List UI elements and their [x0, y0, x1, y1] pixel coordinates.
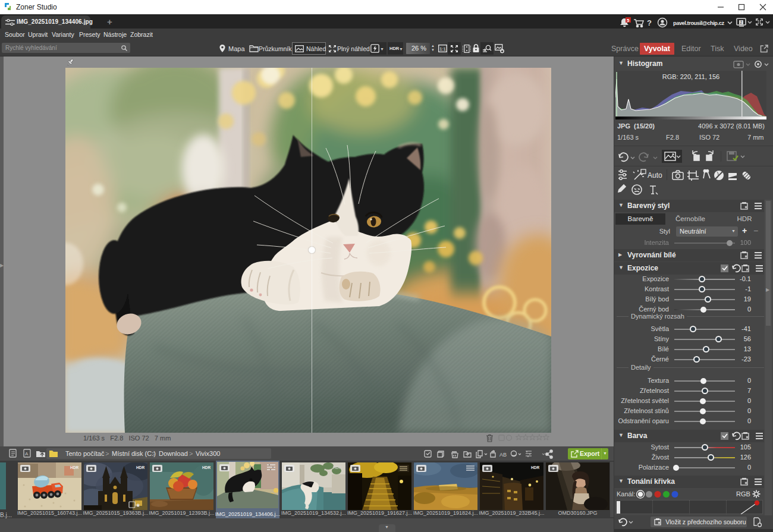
svg-text:HDR: HDR: [531, 465, 539, 470]
svg-text:AB: AB: [499, 452, 507, 458]
svg-text:Auto: Auto: [648, 171, 662, 180]
svg-text:HDR: HDR: [70, 465, 78, 470]
svg-text:?: ?: [647, 18, 652, 27]
svg-text:2: 2: [740, 20, 743, 24]
svg-text:A: A: [25, 451, 29, 457]
svg-text:HDR: HDR: [136, 465, 144, 470]
svg-text:pavel.trousil@chip.cz: pavel.trousil@chip.cz: [673, 20, 724, 26]
svg-text:HDR: HDR: [202, 465, 210, 470]
svg-text:HDR: HDR: [333, 465, 341, 470]
svg-text:1:1: 1:1: [439, 46, 445, 52]
svg-text:5: 5: [627, 18, 630, 23]
